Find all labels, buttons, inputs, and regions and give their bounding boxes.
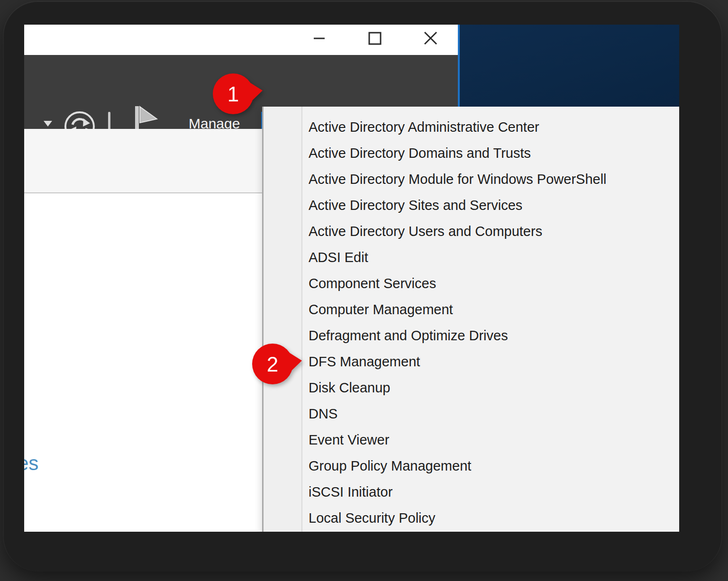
tools-menu: Active Directory Administrative Center A… — [262, 107, 679, 532]
menu-item-iscsi-initiator[interactable]: iSCSI Initiator — [264, 479, 679, 505]
menu-item-local-security-policy[interactable]: Local Security Policy — [264, 505, 679, 531]
menu-item-disk-cleanup[interactable]: Disk Cleanup — [264, 375, 679, 401]
callout-step-1: 1 — [209, 68, 271, 120]
maximize-button[interactable] — [367, 31, 382, 45]
window-accent-border — [458, 25, 460, 107]
callout-step-1-number: 1 — [228, 82, 239, 106]
menu-item-active-directory-users-and-computers[interactable]: Active Directory Users and Computers — [264, 218, 679, 245]
dashboard-background — [460, 25, 679, 107]
callout-step-2: 2 — [249, 338, 310, 390]
chevron-down-icon[interactable] — [44, 121, 52, 127]
menu-item-dns[interactable]: DNS — [264, 401, 679, 427]
server-manager-screenshot: Manage Tools View Help es Active Directo… — [24, 25, 679, 532]
wizard-titlebar — [24, 25, 460, 55]
menu-item-active-directory-domains-and-trusts[interactable]: Active Directory Domains and Trusts — [264, 140, 679, 166]
menu-item-group-policy-management[interactable]: Group Policy Management — [264, 453, 679, 479]
menu-item-adsi-edit[interactable]: ADSI Edit — [264, 245, 679, 271]
minimize-button[interactable] — [312, 31, 326, 45]
close-button[interactable] — [423, 31, 437, 45]
menu-item-event-viewer[interactable]: Event Viewer — [264, 427, 679, 453]
menu-item-dfs-management[interactable]: DFS Management — [264, 349, 679, 375]
menu-item-component-services[interactable]: Component Services — [264, 271, 679, 297]
wizard-panel: es — [24, 129, 262, 532]
menu-item-defragment-and-optimize-drives[interactable]: Defragment and Optimize Drives — [264, 323, 679, 349]
callout-step-2-number: 2 — [267, 353, 278, 376]
menu-item-active-directory-module-for-windows-powershell[interactable]: Active Directory Module for Windows Powe… — [264, 166, 679, 192]
menu-item-active-directory-sites-and-services[interactable]: Active Directory Sites and Services — [264, 192, 679, 218]
menu-item-computer-management[interactable]: Computer Management — [264, 297, 679, 323]
wizard-header-strip — [24, 129, 262, 193]
partial-link-text[interactable]: es — [24, 453, 38, 474]
menu-item-active-directory-administrative-center[interactable]: Active Directory Administrative Center — [264, 114, 679, 140]
screenshot-canvas: Manage Tools View Help es Active Directo… — [0, 0, 728, 581]
